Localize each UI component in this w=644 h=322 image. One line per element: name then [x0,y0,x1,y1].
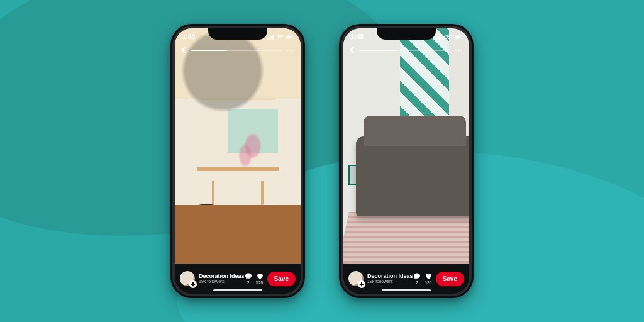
reactions-count: 520 [425,280,432,285]
cellular-icon [267,34,274,40]
status-icons [436,34,462,40]
phone-mockup-right: 1:48 ··· [339,24,474,298]
heart-icon [256,272,264,280]
comments-count: 2 [416,280,418,285]
story-progress-bar[interactable] [359,50,450,51]
phone-mockup-left: 1:48 ··· [170,24,305,298]
story-progress-bar[interactable] [191,50,282,51]
more-options-button[interactable]: ··· [454,47,464,54]
reactions-button[interactable]: 520 [256,272,264,285]
heart-icon [425,272,432,280]
svg-rect-4 [455,35,460,37]
photo-element [197,204,215,228]
save-button[interactable]: Save [436,272,464,286]
status-icons [267,34,293,40]
svg-rect-1 [287,35,291,37]
wifi-icon [445,34,452,40]
photo-element [260,204,278,228]
follow-plus-icon[interactable] [358,280,365,288]
wifi-icon [277,34,284,40]
author-avatar[interactable] [348,271,364,286]
phone-pair: 1:48 ··· [0,0,644,322]
promo-canvas: 1:48 ··· [0,0,644,322]
photo-living-room [343,28,469,264]
author-avatar[interactable] [180,271,195,286]
comments-button[interactable]: 2 [413,272,421,285]
more-options-button[interactable]: ··· [286,47,296,54]
author-followers: 19k followers [199,279,237,284]
device-notch [377,28,436,40]
comment-icon [245,272,252,280]
phone-screen: 1:48 ··· [343,28,469,294]
story-top-bar: ··· [175,45,301,56]
battery-icon [455,34,462,40]
cellular-icon [436,34,443,40]
phone-screen: 1:48 ··· [175,28,301,294]
home-indicator[interactable] [382,289,431,291]
comments-button[interactable]: 2 [245,272,252,285]
back-button[interactable] [180,45,187,56]
photo-element [356,136,469,216]
home-indicator[interactable] [213,289,262,291]
status-time: 1:48 [351,33,364,40]
photo-kitchen-dining [175,28,301,264]
svg-rect-2 [292,36,292,37]
comments-count: 2 [247,280,250,285]
author-name: Decoration Ideas [199,274,237,279]
back-button[interactable] [348,45,355,56]
svg-rect-5 [460,36,461,37]
follow-plus-icon[interactable] [189,280,197,288]
reactions-count: 520 [256,280,264,285]
photo-element [343,212,469,264]
pin-image[interactable] [175,28,301,264]
author-name: Decoration Ideas [367,274,406,279]
status-time: 1:48 [182,33,195,40]
author-followers: 19k followers [367,279,406,284]
author-block[interactable]: Decoration Ideas 19k followers [199,274,237,284]
story-top-bar: ··· [343,45,469,56]
author-block[interactable]: Decoration Ideas 19k followers [367,274,406,284]
save-button[interactable]: Save [267,272,296,286]
comment-icon [413,272,421,280]
reactions-button[interactable]: 520 [425,272,432,285]
device-notch [208,28,267,40]
pin-image[interactable] [343,28,469,264]
battery-icon [286,34,293,40]
